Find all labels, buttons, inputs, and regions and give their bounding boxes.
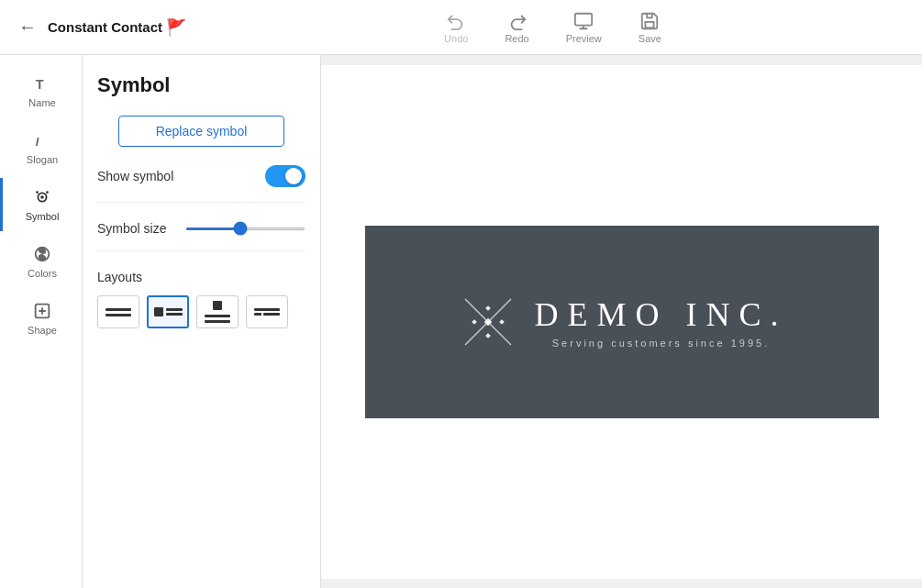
logo-row: DEMO INC. Serving customers since 1995. bbox=[456, 290, 788, 354]
logo-card: DEMO INC. Serving customers since 1995. bbox=[365, 226, 879, 418]
svg-text:T: T bbox=[36, 77, 44, 92]
logo-symbol bbox=[456, 290, 520, 354]
redo-button[interactable]: Redo bbox=[505, 11, 528, 44]
logo-text-group: DEMO INC. Serving customers since 1995. bbox=[535, 295, 788, 349]
svg-rect-12 bbox=[485, 305, 491, 311]
main-layout: T Name I Slogan Symbol Colors bbox=[0, 55, 922, 588]
sidebar-item-colors[interactable]: Colors bbox=[0, 235, 82, 288]
canvas-inner: DEMO INC. Serving customers since 1995. bbox=[321, 65, 922, 579]
canvas-area: DEMO INC. Serving customers since 1995. bbox=[321, 55, 922, 588]
layouts-section: Layouts bbox=[97, 270, 305, 328]
toolbar: ← Constant Contact 🚩 Undo Redo P bbox=[0, 0, 922, 55]
brand-logo: Constant Contact 🚩 bbox=[48, 17, 186, 38]
svg-rect-15 bbox=[485, 333, 491, 338]
svg-rect-14 bbox=[499, 319, 505, 325]
sidebar-item-name[interactable]: T Name bbox=[0, 64, 82, 117]
logo-sub-text: Serving customers since 1995. bbox=[535, 338, 788, 349]
undo-button[interactable]: Undo bbox=[444, 11, 468, 44]
layout-option-4[interactable] bbox=[246, 295, 288, 328]
sidebar-item-slogan[interactable]: I Slogan bbox=[0, 121, 82, 174]
back-button[interactable]: ← bbox=[15, 13, 40, 41]
sidebar-item-slogan-label: Slogan bbox=[27, 154, 58, 165]
symbol-size-row: Symbol size bbox=[97, 221, 305, 251]
svg-rect-0 bbox=[575, 13, 592, 25]
show-symbol-label: Show symbol bbox=[97, 169, 173, 183]
toolbar-left: ← Constant Contact 🚩 bbox=[15, 13, 198, 41]
save-button[interactable]: Save bbox=[639, 11, 661, 44]
show-symbol-toggle[interactable] bbox=[265, 165, 305, 187]
svg-rect-13 bbox=[472, 319, 477, 325]
save-label: Save bbox=[639, 33, 661, 44]
svg-text:I: I bbox=[36, 135, 39, 149]
sidebar-item-shape-label: Shape bbox=[28, 325, 57, 336]
sidebar-item-symbol-label: Symbol bbox=[26, 211, 60, 222]
settings-panel: Symbol Replace symbol Show symbol Symbol… bbox=[83, 55, 321, 588]
svg-point-6 bbox=[36, 191, 39, 194]
redo-label: Redo bbox=[505, 33, 528, 44]
sidebar-item-symbol[interactable]: Symbol bbox=[0, 178, 82, 231]
layout-option-1[interactable] bbox=[97, 295, 139, 328]
sidebar-item-colors-label: Colors bbox=[28, 268, 57, 279]
svg-point-7 bbox=[46, 191, 49, 194]
symbol-size-label: Symbol size bbox=[97, 221, 171, 236]
symbol-size-slider[interactable] bbox=[185, 227, 305, 230]
preview-label: Preview bbox=[566, 33, 602, 44]
layout-option-3[interactable] bbox=[196, 295, 239, 328]
preview-button[interactable]: Preview bbox=[566, 11, 602, 44]
layouts-label: Layouts bbox=[97, 270, 305, 284]
sidebar-item-name-label: Name bbox=[28, 97, 55, 108]
brand-name: Constant Contact bbox=[48, 19, 162, 35]
toolbar-actions: Undo Redo Preview Save bbox=[198, 11, 907, 44]
sidebar-nav: T Name I Slogan Symbol Colors bbox=[0, 55, 83, 588]
svg-point-5 bbox=[40, 195, 44, 199]
logo-main-text: DEMO INC. bbox=[535, 295, 788, 334]
layout-options bbox=[97, 295, 305, 328]
brand-icon: 🚩 bbox=[166, 17, 186, 38]
panel-title: Symbol bbox=[97, 73, 305, 97]
layout-option-2[interactable] bbox=[147, 295, 189, 328]
sidebar-item-shape[interactable]: Shape bbox=[0, 292, 82, 345]
undo-label: Undo bbox=[444, 33, 468, 44]
svg-rect-1 bbox=[646, 21, 654, 27]
show-symbol-row: Show symbol bbox=[97, 165, 305, 203]
replace-symbol-button[interactable]: Replace symbol bbox=[118, 116, 285, 147]
